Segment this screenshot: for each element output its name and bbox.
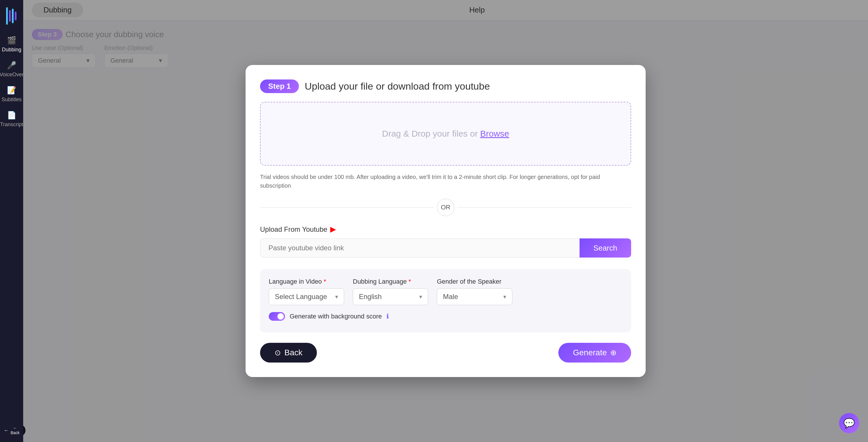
svg-rect-0 <box>6 7 8 25</box>
sidebar-back-label: ← Back <box>10 426 20 435</box>
sidebar-back-button[interactable]: ← ← Back <box>0 424 26 436</box>
modal-title: Upload your file or download from youtub… <box>305 81 490 92</box>
dubbing-lang-label-text: Dubbing Language <box>353 278 407 285</box>
transcript-icon: 📄 <box>7 111 16 120</box>
generate-plus-icon: ⊕ <box>610 348 617 357</box>
or-divider: OR <box>260 199 631 216</box>
back-arrow-icon: ← <box>3 428 9 434</box>
sidebar-label-subtitles: Subtitles <box>1 96 22 103</box>
youtube-label-text: Upload From Youtube <box>260 225 327 233</box>
generate-label: Generate <box>573 348 607 357</box>
search-label: Search <box>593 244 617 252</box>
sidebar-label-transcript: Transcript <box>0 121 23 128</box>
sidebar-item-dubbing[interactable]: 🎬 Dubbing <box>0 32 23 57</box>
trial-notice: Trial videos should be under 100 mb. Aft… <box>260 173 631 190</box>
browse-link[interactable]: Browse <box>480 129 509 138</box>
sidebar-label-dubbing: Dubbing <box>2 47 21 53</box>
background-score-row: Generate with background score ℹ <box>269 312 622 321</box>
gender-value: Male <box>443 293 458 301</box>
back-circle-icon: ⊙ <box>275 348 281 357</box>
back-button[interactable]: ⊙ Back <box>260 343 317 362</box>
app-logo <box>3 6 20 26</box>
dubbing-lang-label: Dubbing Language * <box>353 278 428 285</box>
svg-rect-3 <box>15 11 17 20</box>
chevron-down-icon-5: ▾ <box>503 293 506 300</box>
video-lang-required: * <box>323 278 326 285</box>
youtube-label: Upload From Youtube ▶ <box>260 225 631 234</box>
toggle-knob <box>277 313 284 320</box>
generate-button[interactable]: Generate ⊕ <box>558 343 631 362</box>
chat-support-button[interactable]: 💬 <box>839 413 859 433</box>
sidebar: 🎬 Dubbing 🎤 VoiceOver 📝 Subtitles 📄 Tran… <box>0 0 23 442</box>
modal-header: Step 1 Upload your file or download from… <box>260 80 631 93</box>
upload-modal: Step 1 Upload your file or download from… <box>246 65 646 377</box>
video-language-field: Language in Video * Select Language ▾ <box>269 278 344 305</box>
dubbing-lang-value: English <box>359 293 382 301</box>
search-button[interactable]: Search <box>580 238 631 258</box>
chat-icon: 💬 <box>843 418 855 429</box>
youtube-icon: ▶ <box>330 225 336 234</box>
modal-footer: ⊙ Back Generate ⊕ <box>260 343 631 362</box>
svg-rect-1 <box>9 10 11 22</box>
video-lang-label-text: Language in Video <box>269 278 322 285</box>
sidebar-item-voiceover[interactable]: 🎤 VoiceOver <box>0 57 23 82</box>
voiceover-icon: 🎤 <box>7 61 16 70</box>
background-score-toggle[interactable] <box>269 312 285 321</box>
dubbing-icon: 🎬 <box>7 36 16 45</box>
youtube-input-row: Search <box>260 238 631 258</box>
sidebar-item-transcript[interactable]: 📄 Transcript <box>0 107 23 132</box>
gender-label: Gender of the Speaker <box>437 278 512 285</box>
modal-overlay: Step 1 Upload your file or download from… <box>23 0 868 442</box>
gender-select[interactable]: Male ▾ <box>437 288 512 305</box>
dubbing-language-select[interactable]: English ▾ <box>353 288 428 305</box>
video-language-select[interactable]: Select Language ▾ <box>269 288 344 305</box>
back-label: Back <box>284 348 302 357</box>
video-lang-value: Select Language <box>275 293 327 301</box>
chevron-down-icon-3: ▾ <box>335 293 338 300</box>
background-score-label: Generate with background score <box>290 313 382 320</box>
main-content: Dubbing Help Step 3 Choose your dubbing … <box>23 0 868 442</box>
sidebar-item-subtitles[interactable]: 📝 Subtitles <box>0 82 23 107</box>
dropzone-text: Drag & Drop your files or Browse <box>382 129 509 139</box>
sidebar-label-voiceover: VoiceOver <box>0 71 24 78</box>
language-section: Language in Video * Select Language ▾ Du… <box>260 269 631 332</box>
video-lang-label: Language in Video * <box>269 278 344 285</box>
language-row: Language in Video * Select Language ▾ Du… <box>269 278 622 305</box>
chevron-down-icon-4: ▾ <box>419 293 422 300</box>
info-icon[interactable]: ℹ <box>386 313 389 320</box>
subtitles-icon: 📝 <box>7 86 16 95</box>
file-dropzone[interactable]: Drag & Drop your files or Browse <box>260 102 631 166</box>
gender-field: Gender of the Speaker Male ▾ <box>437 278 512 305</box>
or-label: OR <box>437 199 454 216</box>
step1-badge: Step 1 <box>260 80 299 93</box>
svg-rect-2 <box>12 9 13 23</box>
youtube-url-input[interactable] <box>260 238 580 258</box>
dubbing-language-field: Dubbing Language * English ▾ <box>353 278 428 305</box>
dubbing-lang-required: * <box>408 278 411 285</box>
